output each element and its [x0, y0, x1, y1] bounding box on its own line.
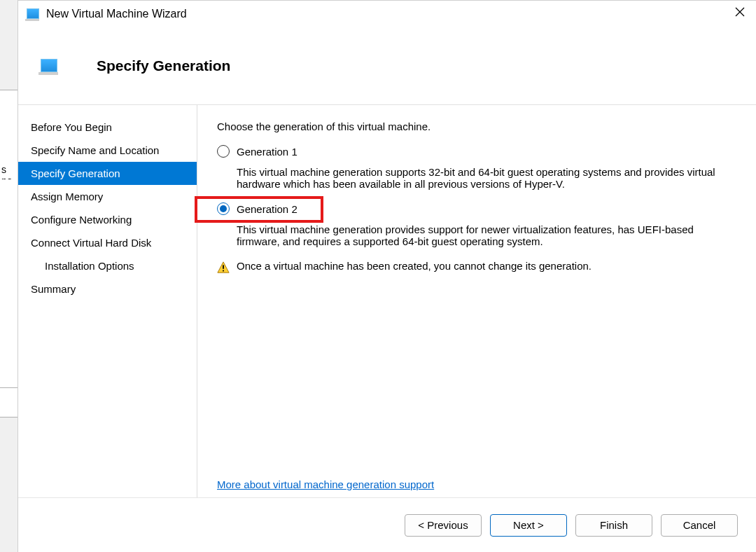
- page-title: Specify Generation: [97, 57, 230, 74]
- background-panel: [0, 90, 18, 418]
- radio-icon: [217, 145, 230, 158]
- app-icon: [27, 8, 39, 19]
- next-button[interactable]: Next >: [490, 514, 567, 537]
- instruction-text: Choose the generation of this virtual ma…: [217, 120, 738, 132]
- sidebar-step[interactable]: Specify Name and Location: [18, 139, 197, 162]
- warning-text: Once a virtual machine has been created,…: [237, 260, 592, 272]
- window-title: New Virtual Machine Wizard: [46, 8, 187, 20]
- sidebar-step-label: Configure Networking: [31, 214, 132, 226]
- svg-rect-4: [223, 270, 224, 272]
- sidebar-step-label: Installation Options: [45, 260, 134, 272]
- wizard-footer: < Previous Next > Finish Cancel: [18, 497, 756, 552]
- sidebar-step[interactable]: Summary: [18, 277, 197, 301]
- generation-radio-option[interactable]: Generation 1: [217, 142, 738, 160]
- radio-icon: [217, 202, 230, 215]
- sidebar-step[interactable]: Connect Virtual Hard Disk: [18, 231, 197, 254]
- wizard-dialog: New Virtual Machine Wizard Specify Gener…: [18, 0, 756, 552]
- svg-rect-3: [223, 265, 224, 268]
- previous-button[interactable]: < Previous: [405, 514, 482, 537]
- radio-description: This virtual machine generation supports…: [237, 166, 738, 190]
- titlebar: New Virtual Machine Wizard: [18, 1, 756, 27]
- radio-label: Generation 1: [237, 146, 298, 158]
- radio-label: Generation 2: [237, 203, 298, 215]
- warning-icon: [217, 261, 230, 274]
- wizard-steps-sidebar: Before You BeginSpecify Name and Locatio…: [18, 105, 197, 497]
- header-icon: [41, 59, 57, 72]
- radio-description: This virtual machine generation provides…: [237, 223, 738, 247]
- background-text-fragment: s no: [0, 163, 18, 179]
- help-link-row: More about virtual machine generation su…: [217, 478, 738, 490]
- sidebar-step[interactable]: Assign Memory: [18, 185, 197, 208]
- sidebar-step[interactable]: Installation Options: [18, 254, 197, 277]
- sidebar-step-label: Summary: [31, 283, 76, 295]
- sidebar-step-label: Assign Memory: [31, 191, 103, 202]
- sidebar-step-label: Connect Virtual Hard Disk: [31, 237, 151, 249]
- cancel-button[interactable]: Cancel: [661, 514, 738, 537]
- finish-button[interactable]: Finish: [575, 514, 652, 537]
- sidebar-step-label: Specify Generation: [31, 167, 120, 179]
- sidebar-step-label: Before You Begin: [31, 121, 112, 133]
- close-icon: [735, 7, 745, 17]
- wizard-header: Specify Generation: [18, 27, 756, 105]
- warning-row: Once a virtual machine has been created,…: [217, 260, 738, 274]
- sidebar-step[interactable]: Configure Networking: [18, 208, 197, 231]
- sidebar-step[interactable]: Before You Begin: [18, 116, 197, 139]
- sidebar-step[interactable]: Specify Generation: [18, 162, 197, 185]
- background-divider: [0, 387, 18, 388]
- help-link[interactable]: More about virtual machine generation su…: [217, 478, 434, 490]
- close-button[interactable]: [724, 1, 756, 23]
- wizard-content: Choose the generation of this virtual ma…: [197, 105, 756, 497]
- wizard-body: Before You BeginSpecify Name and Locatio…: [18, 105, 756, 497]
- sidebar-step-label: Specify Name and Location: [31, 144, 159, 156]
- generation-radio-option[interactable]: Generation 2: [217, 200, 738, 218]
